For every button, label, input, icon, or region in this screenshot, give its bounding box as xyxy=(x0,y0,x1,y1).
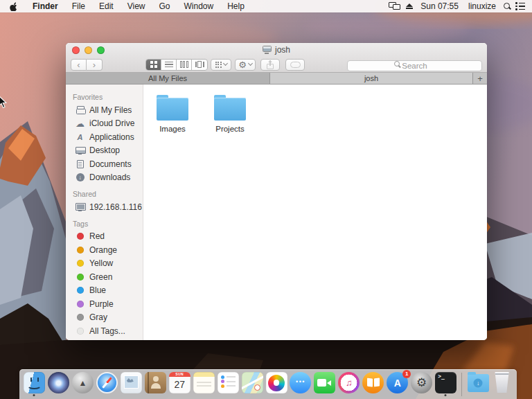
dock-item-system-preferences[interactable]: ⚙ xyxy=(411,372,432,398)
file-browser-area[interactable]: Images Projects xyxy=(143,85,487,340)
folder-images[interactable]: Images xyxy=(150,95,195,133)
maps-icon xyxy=(242,372,263,393)
yellow-tag-icon xyxy=(77,260,84,267)
cloud-icon: ☁ xyxy=(75,119,85,128)
tab-all-my-files[interactable]: All My Files xyxy=(66,73,270,84)
dock-item-maps[interactable] xyxy=(242,372,263,398)
sidebar-item-all-my-files[interactable]: All My Files xyxy=(66,103,143,117)
mail-icon xyxy=(121,372,142,393)
close-button[interactable] xyxy=(72,46,80,54)
red-tag-icon xyxy=(77,233,84,240)
folder-projects[interactable]: Projects xyxy=(207,95,253,133)
sidebar-item-desktop[interactable]: Desktop xyxy=(66,144,143,158)
search-input[interactable] xyxy=(347,60,482,71)
sidebar-tag-blue[interactable]: Blue xyxy=(66,284,143,298)
sidebar-item-shared-server[interactable]: 192.168.1.116 xyxy=(66,200,143,214)
dock-item-messages[interactable]: ••• xyxy=(290,372,310,398)
apple-menu[interactable] xyxy=(0,2,26,11)
dock: ▲ SUN 27 ••• ♫ A 1 xyxy=(19,369,517,399)
dock-item-facetime[interactable] xyxy=(314,372,335,398)
dock-item-siri[interactable] xyxy=(48,372,69,398)
new-tab-button[interactable]: + xyxy=(473,73,487,84)
arrange-button[interactable] xyxy=(211,59,231,71)
dock-item-safari[interactable] xyxy=(96,372,117,398)
sidebar-tag-purple[interactable]: Purple xyxy=(66,297,143,311)
chevron-down-icon xyxy=(222,61,227,66)
sidebar-tag-yellow[interactable]: Yellow xyxy=(66,257,143,271)
eject-menu-icon[interactable] xyxy=(405,3,414,10)
displays-menu-icon[interactable] xyxy=(389,2,401,10)
menu-edit[interactable]: Edit xyxy=(92,0,121,12)
dock-item-photos[interactable] xyxy=(266,372,287,398)
coverflow-view-icon xyxy=(195,61,204,68)
tag-icon xyxy=(290,62,301,68)
title-bar[interactable]: josh xyxy=(66,43,487,57)
sidebar-tag-red[interactable]: Red xyxy=(66,230,143,244)
dock-item-terminal[interactable]: >_ xyxy=(435,372,456,398)
facetime-icon xyxy=(314,372,335,393)
document-icon xyxy=(75,160,85,168)
spotlight-icon[interactable] xyxy=(503,2,511,10)
safari-icon xyxy=(96,372,118,393)
sidebar-tag-orange[interactable]: Orange xyxy=(66,243,143,257)
dock-item-trash[interactable] xyxy=(492,372,513,398)
calendar-day: 27 xyxy=(169,377,190,393)
column-view-button[interactable] xyxy=(177,60,192,70)
zoom-button[interactable] xyxy=(97,46,105,54)
back-button[interactable]: ‹ xyxy=(71,59,87,71)
dock-item-downloads[interactable]: ↓ xyxy=(468,372,488,398)
chevron-down-icon xyxy=(248,61,253,66)
minimize-button[interactable] xyxy=(85,46,92,54)
share-button[interactable] xyxy=(260,59,280,71)
menu-window[interactable]: Window xyxy=(177,0,221,12)
tab-josh[interactable]: josh xyxy=(270,73,473,84)
finder-icon xyxy=(24,372,45,393)
dock-item-ibooks[interactable] xyxy=(362,372,383,398)
menu-view[interactable]: View xyxy=(121,0,152,12)
coverflow-view-button[interactable] xyxy=(192,60,207,70)
window-chrome: josh ‹ › ⚙ xyxy=(66,43,487,73)
action-button[interactable]: ⚙ xyxy=(235,59,256,71)
dock-item-launchpad[interactable]: ▲ xyxy=(72,372,93,398)
sidebar-item-icloud-drive[interactable]: ☁ iCloud Drive xyxy=(66,117,143,131)
dock-item-calendar[interactable]: SUN 27 xyxy=(169,372,190,398)
share-icon xyxy=(266,60,274,69)
sidebar-item-downloads[interactable]: ↓ Downloads xyxy=(66,171,143,185)
menu-finder[interactable]: Finder xyxy=(26,0,65,12)
forward-button[interactable]: › xyxy=(87,59,103,71)
blue-tag-icon xyxy=(77,287,84,294)
dock-item-finder[interactable] xyxy=(24,372,44,398)
menu-file[interactable]: File xyxy=(65,0,92,12)
sidebar-item-documents[interactable]: Documents xyxy=(66,157,143,171)
sidebar-all-tags[interactable]: All Tags... xyxy=(66,324,143,338)
shared-header: Shared xyxy=(73,190,143,198)
launchpad-icon: ▲ xyxy=(72,372,94,393)
icon-view-button[interactable] xyxy=(146,60,161,70)
menu-bar-user[interactable]: linuxize xyxy=(466,1,499,11)
dock-item-mail[interactable] xyxy=(121,372,141,398)
menu-bar-clock[interactable]: Sun 07:55 xyxy=(418,1,461,11)
computer-icon xyxy=(263,46,272,54)
favorites-header: Favorites xyxy=(73,93,143,101)
purple-tag-icon xyxy=(77,301,84,308)
calendar-weekday: SUN xyxy=(169,372,190,377)
downloads-folder-icon: ↓ xyxy=(468,374,489,392)
list-view-button[interactable] xyxy=(161,60,177,70)
dock-item-app-store[interactable]: A 1 xyxy=(387,372,407,398)
menu-go[interactable]: Go xyxy=(152,0,177,12)
menu-bar: Finder File Edit View Go Window Help Sun… xyxy=(0,0,532,12)
sidebar-tag-green[interactable]: Green xyxy=(66,270,143,284)
sidebar-item-applications[interactable]: A Applications xyxy=(66,130,143,144)
sidebar-tag-gray[interactable]: Gray xyxy=(66,311,143,325)
dock-item-reminders[interactable] xyxy=(218,372,238,398)
notification-center-icon[interactable] xyxy=(515,2,525,10)
dock-item-itunes[interactable]: ♫ xyxy=(338,372,359,398)
menu-help[interactable]: Help xyxy=(220,0,251,12)
dock-item-contacts[interactable] xyxy=(145,372,166,398)
list-view-icon xyxy=(165,62,173,68)
dock-item-notes[interactable] xyxy=(193,372,214,398)
folder-icon xyxy=(214,95,246,121)
photos-icon xyxy=(266,372,287,393)
tag-button[interactable] xyxy=(285,59,305,71)
finder-window: josh ‹ › ⚙ xyxy=(66,43,487,340)
